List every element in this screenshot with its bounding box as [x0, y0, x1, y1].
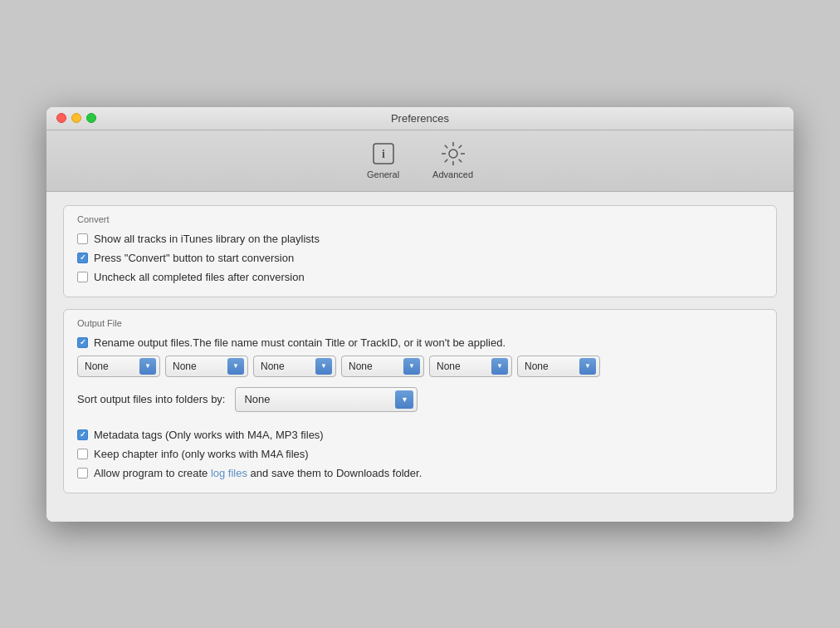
checkbox-metadata-tags: Metadata tags (Only works with M4A, MP3 … — [77, 429, 763, 441]
dropdown-3[interactable]: None — [253, 356, 336, 377]
dropdown-5-text: None — [437, 361, 488, 372]
svg-line-10 — [444, 159, 447, 162]
general-icon: i — [370, 140, 397, 167]
window-title: Preferences — [391, 112, 449, 125]
dropdown-2[interactable]: None — [165, 356, 248, 377]
cb-press-convert[interactable] — [77, 253, 88, 263]
dropdown-6-arrow — [579, 358, 596, 375]
close-button[interactable] — [56, 113, 66, 123]
dropdown-1-text: None — [85, 361, 136, 372]
label-keep-chapter: Keep chapter info (only works with M4A f… — [94, 448, 309, 460]
sort-row: Sort output files into folders by: None — [77, 387, 763, 412]
checkbox-uncheck-completed: Uncheck all completed files after conver… — [77, 271, 763, 283]
dropdown-6-text: None — [525, 361, 576, 372]
dropdown-6[interactable]: None — [517, 356, 600, 377]
output-section: Output File Rename output files.The file… — [63, 309, 777, 493]
sort-dropdown-text: None — [244, 393, 390, 405]
advanced-icon — [440, 140, 466, 167]
cb-uncheck-completed[interactable] — [77, 272, 88, 282]
title-bar: Preferences — [46, 107, 794, 130]
label-rename-output: Rename output files.The file name must c… — [94, 336, 505, 349]
dropdown-1[interactable]: None — [77, 356, 160, 377]
checkbox-allow-log: Allow program to create log files and sa… — [77, 467, 763, 479]
checkbox-rename-output: Rename output files.The file name must c… — [77, 336, 763, 349]
label-show-all-tracks: Show all tracks in iTunes library on the… — [94, 233, 320, 245]
dropdown-2-arrow — [227, 358, 244, 375]
cb-show-all-tracks[interactable] — [77, 233, 88, 244]
cb-allow-log[interactable] — [77, 468, 88, 478]
label-metadata-tags: Metadata tags (Only works with M4A, MP3 … — [94, 429, 324, 441]
checkbox-press-convert: Press "Convert" button to start conversi… — [77, 252, 763, 264]
svg-line-8 — [458, 159, 462, 162]
svg-point-2 — [449, 150, 457, 158]
checkbox-show-all-tracks: Show all tracks in iTunes library on the… — [77, 233, 763, 245]
sort-dropdown[interactable]: None — [235, 387, 418, 412]
cb-keep-chapter[interactable] — [77, 449, 88, 459]
dropdown-4-arrow — [403, 358, 420, 375]
maximize-button[interactable] — [86, 113, 96, 123]
label-press-convert: Press "Convert" button to start conversi… — [94, 252, 294, 264]
label-uncheck-completed: Uncheck all completed files after conver… — [94, 271, 305, 283]
dropdown-2-text: None — [173, 361, 224, 372]
cb-metadata-tags[interactable] — [77, 429, 88, 440]
checkbox-keep-chapter: Keep chapter info (only works with M4A f… — [77, 448, 763, 460]
toolbar-item-general[interactable]: i General — [360, 137, 406, 183]
content: Convert Show all tracks in iTunes librar… — [46, 192, 794, 522]
sort-label: Sort output files into folders by: — [77, 393, 225, 405]
svg-text:i: i — [382, 148, 385, 160]
output-title: Output File — [77, 318, 763, 328]
toolbar: i General — [46, 130, 794, 192]
dropdown-5[interactable]: None — [429, 356, 512, 377]
dropdowns-row: None None None None None — [77, 356, 763, 377]
label-allow-log: Allow program to create log files and sa… — [94, 467, 422, 479]
toolbar-item-advanced[interactable]: Advanced — [426, 137, 480, 183]
svg-line-7 — [444, 145, 447, 148]
dropdown-3-text: None — [261, 361, 312, 372]
dropdown-4-text: None — [349, 361, 400, 372]
convert-section: Convert Show all tracks in iTunes librar… — [63, 205, 777, 297]
minimize-button[interactable] — [71, 113, 81, 123]
cb-rename-output[interactable] — [77, 337, 88, 348]
sort-dropdown-arrow — [395, 390, 413, 409]
convert-title: Convert — [77, 214, 763, 224]
dropdown-1-arrow — [139, 358, 156, 375]
svg-line-9 — [458, 145, 462, 148]
advanced-label: Advanced — [432, 169, 473, 179]
general-label: General — [367, 169, 399, 179]
dropdown-3-arrow — [315, 358, 332, 375]
dropdown-5-arrow — [491, 358, 508, 375]
preferences-window: Preferences i General — [46, 107, 794, 522]
traffic-lights — [56, 113, 96, 123]
log-files-link[interactable]: log files — [211, 467, 247, 479]
dropdown-4[interactable]: None — [341, 356, 424, 377]
